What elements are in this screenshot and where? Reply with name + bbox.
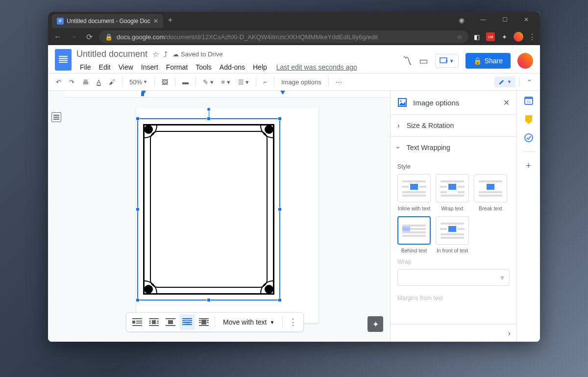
browser-tab[interactable]: Untitled document - Google Doc ✕ [52, 14, 163, 28]
line-spacing-button[interactable]: ☰ ▾ [235, 76, 252, 88]
explore-button[interactable]: ✦ [368, 316, 383, 332]
close-window-button[interactable]: ✕ [520, 16, 532, 24]
forward-button[interactable]: → [68, 32, 79, 41]
section-text-wrapping[interactable]: › Text Wrapping [391, 137, 516, 158]
border-color-button[interactable]: ▬ [179, 76, 192, 88]
sidebar-expand-icon[interactable]: › [508, 329, 511, 338]
menu-tools[interactable]: Tools [192, 61, 215, 73]
add-addon-icon[interactable]: + [524, 161, 534, 171]
image-icon [397, 98, 407, 107]
style-break-text[interactable] [474, 174, 507, 202]
menu-view[interactable]: View [115, 61, 137, 73]
style-wrap-text[interactable] [436, 174, 469, 202]
crop-button[interactable]: ⌐ [260, 76, 270, 88]
ruler-tab-left[interactable] [141, 92, 144, 96]
menubar: File Edit View Insert Format Tools Add-o… [76, 61, 397, 73]
spellcheck-button[interactable]: A̲ [94, 76, 104, 88]
menu-edit[interactable]: Edit [96, 61, 114, 73]
sidebar-close-button[interactable]: ✕ [503, 98, 510, 107]
present-button[interactable]: ▼ [435, 54, 459, 68]
replace-image-button[interactable]: 🖼 [159, 76, 171, 88]
left-gutter [48, 91, 65, 342]
reload-button[interactable]: ⟳ [83, 32, 95, 42]
zoom-dropdown[interactable]: 50% ▼ [126, 76, 150, 88]
undo-button[interactable]: ↶ [53, 76, 64, 88]
browser-profile-avatar[interactable] [514, 32, 523, 42]
extension-icon-2[interactable]: Off [486, 32, 495, 41]
star-icon[interactable]: ☆ [152, 50, 159, 59]
style-label: Style [397, 163, 510, 170]
incognito-icon[interactable]: ◉ [456, 16, 467, 24]
comments-icon[interactable]: ▭ [419, 55, 428, 67]
menu-addons[interactable]: Add-ons [216, 61, 248, 73]
share-button[interactable]: 🔒Share [466, 53, 511, 69]
style-in-front-of-text[interactable] [436, 216, 469, 245]
tasks-icon[interactable] [524, 133, 534, 143]
toolbar: ↶ ↷ 🖶 A̲ 🖌 50% ▼ 🖼 ▬ ✎ ▾ ≡ ▾ ☰ ▾ ⌐ Image… [48, 73, 540, 91]
resize-handle-sw[interactable] [136, 298, 140, 302]
resize-handle-ne[interactable] [278, 117, 282, 121]
horizontal-ruler[interactable] [65, 91, 390, 98]
document-outline-button[interactable] [51, 112, 61, 122]
minimize-button[interactable]: — [477, 16, 489, 24]
extensions-menu-icon[interactable]: ✦ [500, 32, 509, 41]
border-weight-button[interactable]: ✎ ▾ [200, 76, 217, 88]
document-title[interactable]: Untitled document [76, 49, 147, 59]
svg-rect-7 [136, 321, 142, 322]
wrap-dropdown[interactable]: ▾ [397, 269, 510, 286]
selected-image[interactable] [140, 121, 277, 298]
wrap-behind-button[interactable] [179, 314, 195, 330]
move-icon[interactable]: ⤴ [164, 50, 168, 58]
collapse-toolbar-button[interactable]: ⌃ [524, 76, 535, 88]
more-toolbar-button[interactable]: ⋯ [333, 76, 345, 88]
resize-handle-e[interactable] [278, 207, 282, 211]
resize-handle-se[interactable] [278, 298, 282, 302]
redo-button[interactable]: ↷ [66, 76, 77, 88]
calendar-icon[interactable]: 31 [524, 96, 534, 105]
docs-logo[interactable] [55, 49, 72, 71]
new-tab-button[interactable]: + [168, 16, 172, 25]
keep-icon[interactable] [524, 114, 534, 124]
wrap-inline-button[interactable] [129, 314, 145, 330]
menu-format[interactable]: Format [163, 61, 191, 73]
float-toolbar-more[interactable]: ⋮ [286, 317, 300, 327]
svg-rect-12 [149, 321, 151, 322]
ruler-indent-right[interactable] [280, 91, 285, 95]
resize-handle-n[interactable] [207, 117, 211, 121]
svg-rect-1 [59, 20, 62, 20]
last-edit-link[interactable]: Last edit was seconds ago [276, 63, 357, 71]
bookmark-star-icon[interactable]: ☆ [457, 33, 463, 41]
activity-icon[interactable]: 〽 [402, 55, 412, 67]
tab-close-icon[interactable]: ✕ [153, 18, 158, 25]
position-dropdown[interactable]: Move with text▼ [218, 318, 279, 326]
resize-handle-nw[interactable] [136, 117, 140, 121]
resize-handle-s[interactable] [207, 298, 211, 302]
canvas[interactable]: Move with text▼ ⋮ ✦ [65, 91, 390, 342]
border-dash-button[interactable]: ≡ ▾ [219, 76, 233, 88]
image-options-button[interactable]: Image options [278, 76, 324, 88]
paint-format-button[interactable]: 🖌 [106, 76, 118, 88]
style-inline-with-text[interactable] [397, 174, 431, 202]
resize-handle-w[interactable] [136, 207, 140, 211]
wrap-break-button[interactable] [163, 314, 178, 330]
menu-help[interactable]: Help [249, 61, 270, 73]
editing-mode-button[interactable]: ▼ [494, 76, 515, 87]
style-behind-text[interactable] [397, 216, 431, 245]
rotate-handle[interactable] [207, 107, 211, 111]
browser-menu-icon[interactable]: ⋮ [528, 32, 536, 42]
back-button[interactable]: ← [52, 32, 64, 41]
section-size-rotation[interactable]: › Size & Rotation [391, 115, 516, 136]
maximize-button[interactable]: ☐ [499, 16, 511, 24]
menu-file[interactable]: File [76, 61, 95, 73]
cloud-status[interactable]: ☁Saved to Drive [172, 50, 222, 58]
menu-insert[interactable]: Insert [138, 61, 162, 73]
extension-icon-1[interactable]: ◧ [472, 32, 481, 41]
user-avatar[interactable] [517, 53, 533, 69]
url-field[interactable]: 🔒 docs.google.com/document/d/12XCsAzhXi-… [99, 30, 468, 43]
image-selection[interactable] [137, 118, 280, 301]
svg-rect-11 [152, 320, 156, 324]
wrap-text-button[interactable] [146, 314, 162, 330]
print-button[interactable]: 🖶 [79, 76, 92, 88]
wrap-infront-button[interactable] [196, 314, 212, 330]
svg-point-37 [525, 134, 533, 142]
